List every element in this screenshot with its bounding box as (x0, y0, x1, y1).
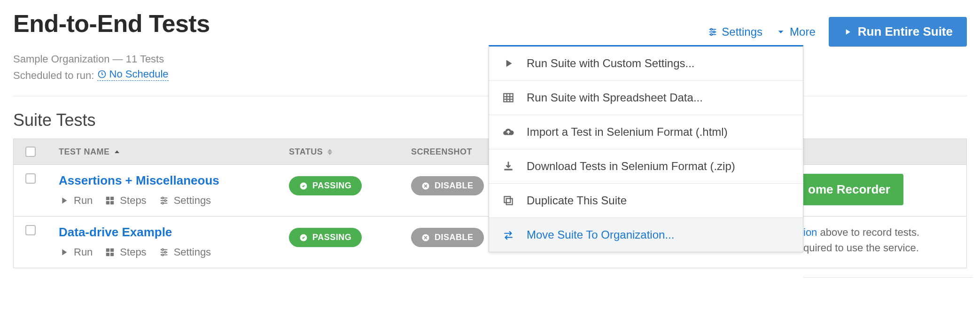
svg-rect-10 (110, 201, 114, 204)
sliders-icon (708, 27, 718, 37)
side-hint-1: above to record tests. (817, 226, 919, 238)
svg-point-27 (164, 251, 166, 253)
column-status-label: STATUS (289, 147, 323, 157)
svg-point-14 (162, 197, 163, 199)
run-entire-suite-button[interactable]: Run Entire Suite (829, 17, 967, 47)
steps-icon (105, 195, 115, 206)
svg-point-5 (711, 33, 713, 35)
screenshot-label: DISABLE (435, 181, 474, 191)
settings-label: Settings (174, 246, 211, 258)
row-checkbox[interactable] (25, 225, 36, 235)
page-title: End-to-End Tests (13, 9, 210, 38)
run-test-action[interactable]: Run (59, 194, 93, 207)
dd-import-selenium[interactable]: Import a Test in Selenium Format (.html) (489, 115, 803, 149)
dd-label: Download Tests in Selenium Format (.zip) (527, 160, 735, 173)
svg-rect-8 (110, 197, 114, 200)
svg-rect-9 (106, 201, 109, 204)
sort-icon (327, 149, 332, 155)
svg-rect-31 (504, 93, 513, 101)
select-all-checkbox[interactable] (25, 147, 36, 157)
column-screenshot[interactable]: SCREENSHOT (411, 147, 472, 157)
copy-icon (502, 194, 514, 207)
settings-label: Settings (722, 25, 762, 39)
svg-rect-7 (106, 197, 109, 200)
dd-run-custom-settings[interactable]: Run Suite with Custom Settings... (489, 47, 803, 81)
settings-action[interactable]: Settings (159, 246, 211, 258)
check-circle-icon (299, 182, 308, 190)
schedule-label: Scheduled to run: (13, 70, 94, 81)
status-label: PASSING (312, 233, 351, 242)
steps-action[interactable]: Steps (105, 246, 146, 258)
svg-rect-37 (506, 199, 513, 205)
more-dropdown-menu: Run Suite with Custom Settings... Run Su… (489, 45, 803, 252)
dd-label: Run Suite with Spreadsheet Data... (527, 91, 703, 104)
settings-label: Settings (174, 194, 211, 207)
svg-rect-21 (106, 253, 109, 256)
dd-run-spreadsheet[interactable]: Run Suite with Spreadsheet Data... (489, 81, 803, 115)
settings-action[interactable]: Settings (159, 194, 211, 207)
org-name: Sample Organization (13, 53, 109, 65)
dd-label: Duplicate This Suite (527, 194, 627, 207)
play-icon (59, 247, 69, 257)
table-icon (502, 92, 514, 104)
play-icon (502, 57, 514, 70)
status-badge: PASSING (289, 228, 362, 247)
column-test-name[interactable]: TEST NAME (59, 147, 119, 157)
transfer-icon (502, 229, 514, 241)
dd-move-suite[interactable]: Move Suite To Organization... (489, 218, 803, 252)
chrome-recorder-button-partial[interactable]: ome Recorder (803, 174, 903, 205)
status-label: PASSING (312, 181, 351, 191)
sliders-icon (159, 195, 169, 206)
side-hint-link-partial[interactable]: ion (803, 226, 817, 238)
dd-duplicate-suite[interactable]: Duplicate This Suite (489, 184, 803, 218)
cloud-upload-icon (502, 126, 514, 138)
column-test-name-label: TEST NAME (59, 147, 110, 157)
sort-asc-icon (115, 150, 119, 153)
dd-label: Import a Test in Selenium Format (.html) (527, 125, 728, 139)
side-hint-2: quired to use the service. (803, 242, 919, 254)
dd-download-selenium[interactable]: Download Tests in Selenium Format (.zip) (489, 149, 803, 184)
svg-point-3 (711, 28, 713, 30)
schedule-value: No Schedule (109, 68, 169, 80)
dd-label: Move Suite To Organization... (527, 228, 674, 241)
steps-action[interactable]: Steps (105, 194, 146, 207)
screenshot-badge[interactable]: DISABLE (411, 176, 484, 195)
svg-point-16 (162, 202, 163, 204)
check-circle-icon (299, 233, 308, 242)
clock-icon (97, 70, 107, 79)
chevron-down-icon (776, 27, 786, 37)
run-label: Run (74, 246, 93, 258)
row-checkbox[interactable] (25, 173, 36, 184)
steps-icon (105, 247, 115, 257)
more-dropdown-trigger[interactable]: More (776, 25, 816, 39)
steps-label: Steps (120, 246, 146, 258)
play-icon (59, 195, 69, 206)
settings-link[interactable]: Settings (708, 25, 762, 39)
run-label: Run (74, 194, 93, 207)
svg-point-26 (162, 249, 163, 251)
x-circle-icon (421, 233, 430, 242)
svg-rect-19 (106, 248, 109, 252)
svg-point-15 (164, 200, 166, 202)
schedule-link[interactable]: No Schedule (97, 68, 169, 81)
header-actions: Settings More Run Entire Suite (708, 9, 967, 47)
side-hint-text: ion above to record tests. quired to use… (803, 225, 972, 256)
run-test-action[interactable]: Run (59, 246, 93, 258)
screenshot-label: DISABLE (435, 233, 474, 242)
download-icon (502, 160, 514, 172)
column-status[interactable]: STATUS (289, 147, 332, 157)
dd-label: Run Suite with Custom Settings... (527, 57, 695, 70)
run-button-label: Run Entire Suite (858, 24, 953, 39)
steps-label: Steps (120, 194, 146, 207)
test-name-link[interactable]: Data-drive Example (59, 225, 278, 240)
tests-count: 11 Tests (126, 53, 164, 65)
more-label: More (790, 25, 816, 39)
row-actions: Run Steps Settings (59, 194, 278, 207)
status-badge: PASSING (289, 176, 362, 195)
x-circle-icon (421, 182, 430, 190)
svg-rect-20 (110, 248, 114, 252)
test-name-link[interactable]: Assertions + Miscellaneous (59, 173, 278, 188)
svg-rect-22 (110, 253, 114, 256)
screenshot-badge[interactable]: DISABLE (411, 228, 484, 247)
play-icon (843, 27, 852, 37)
